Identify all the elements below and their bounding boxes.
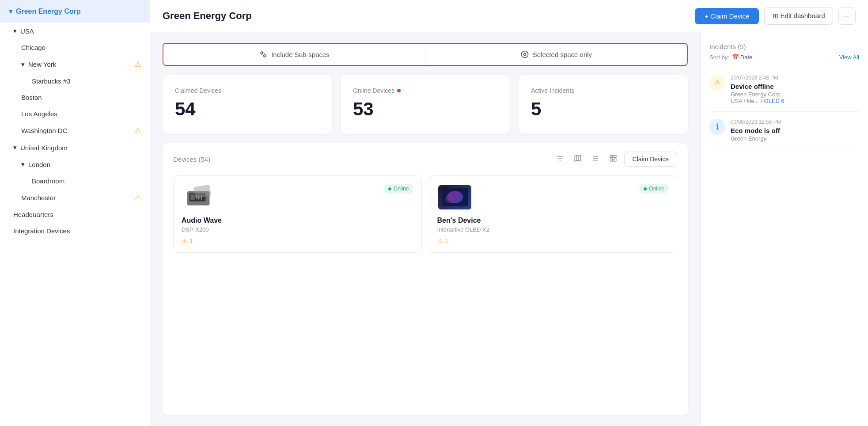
device-alert-count: 1 — [190, 237, 193, 244]
svg-point-2 — [521, 51, 528, 58]
active-incidents-label: Active Incidents — [531, 87, 675, 94]
sidebar-item-label: Boston — [21, 94, 42, 101]
incident-name: Eco mode is off — [731, 127, 781, 134]
device-card-header: Online — [437, 184, 669, 210]
device-card-header: Online — [182, 184, 413, 210]
map-view-button[interactable] — [571, 152, 584, 166]
warning-triangle-icon: ⚠ — [182, 237, 187, 244]
sidebar-root[interactable]: ▾ Green Energy Corp — [0, 0, 150, 23]
incident-location-link[interactable]: / OLED 6 — [761, 98, 784, 104]
sidebar: ▾ Green Energy Corp ▾ USA Chicago ▾ New … — [0, 0, 150, 426]
claimed-devices-value: 54 — [175, 99, 319, 120]
incident-item-device-offline: ⚠ 25/07/2023 2:48 PM Device offline Gree… — [709, 68, 859, 112]
device-image — [437, 184, 473, 210]
edit-dashboard-button[interactable]: ⊞ Edit dashboard — [764, 7, 833, 25]
incidents-sort-bar: Sort by: 📅 Date View All — [709, 54, 859, 61]
incidents-title: Incidents (5) — [709, 43, 746, 50]
svg-rect-7 — [614, 159, 616, 161]
sidebar-item-headquarters[interactable]: Headquarters — [0, 206, 150, 223]
audio-wave-svg — [183, 185, 216, 209]
sidebar-item-united-kingdom[interactable]: ▾ United Kingdom — [0, 139, 150, 156]
grid-view-button[interactable] — [606, 152, 620, 166]
incident-org: Green Energy Corp. — [731, 91, 785, 98]
filter-button[interactable] — [553, 152, 567, 166]
main-header: Green Energy Corp + Claim Device ⊞ Edit … — [150, 0, 868, 32]
warning-icon: ⚠ — [135, 194, 141, 202]
device-status-badge: Online — [384, 184, 413, 194]
devices-title: Devices (54) — [173, 156, 210, 163]
selected-space-icon — [520, 50, 529, 59]
active-incidents-value: 5 — [531, 99, 675, 120]
device-status-label: Online — [394, 186, 409, 192]
list-view-button[interactable] — [589, 152, 602, 166]
device-alert-count: 1 — [445, 237, 449, 244]
svg-point-19 — [445, 194, 456, 203]
svg-rect-5 — [614, 155, 616, 157]
sidebar-item-new-york[interactable]: ▾ New York ⚠ — [0, 56, 150, 73]
device-model: DSP-X200 — [182, 226, 413, 233]
calendar-icon: 📅 — [732, 54, 739, 61]
warning-triangle-icon: ⚠ — [437, 237, 443, 244]
sidebar-item-label: Boardroom — [32, 177, 64, 185]
sidebar-item-manchester[interactable]: Manchester ⚠ — [0, 189, 150, 206]
online-dot — [388, 187, 391, 190]
online-devices-value: 53 — [353, 99, 497, 120]
sidebar-item-integration-devices[interactable]: Integration Devices — [0, 223, 150, 239]
incidents-header: Incidents (5) — [709, 43, 859, 50]
device-alert: ⚠ 1 — [437, 237, 669, 244]
selected-space-only-button[interactable]: Selected space only — [425, 44, 687, 65]
header-actions: + Claim Device ⊞ Edit dashboard ··· — [695, 7, 856, 25]
sidebar-item-label: Los Angeles — [21, 110, 57, 118]
svg-rect-10 — [190, 194, 194, 200]
device-card-audio-wave[interactable]: Online Audio Wave DSP-X200 ⚠ 1 — [173, 175, 422, 253]
warning-icon: ⚠ — [135, 60, 141, 68]
incident-info-icon: ℹ — [709, 119, 725, 135]
sidebar-item-boardroom[interactable]: Boardroom — [0, 173, 150, 189]
chevron-down-icon: ▾ — [13, 144, 17, 152]
sidebar-item-label: Integration Devices — [13, 227, 70, 235]
device-card-bens-device[interactable]: Online Ben's Device Interactive OLED X2 … — [429, 175, 678, 253]
incident-content: 03/08/2023 12:58 PM Eco mode is off Gree… — [731, 119, 781, 142]
device-status-badge: Online — [639, 184, 669, 194]
more-options-button[interactable]: ··· — [838, 8, 856, 25]
active-incidents-card: Active Incidents 5 — [519, 75, 688, 134]
include-sub-spaces-button[interactable]: Include Sub-spaces — [163, 44, 425, 65]
svg-rect-4 — [610, 155, 612, 157]
sidebar-item-chicago[interactable]: Chicago — [0, 39, 150, 56]
incident-location: USA / Ne... / OLED 6 — [731, 98, 785, 104]
devices-grid: Online Audio Wave DSP-X200 ⚠ 1 — [173, 175, 677, 253]
page-title: Green Energy Corp — [163, 10, 252, 22]
chevron-down-icon: ▾ — [9, 7, 12, 15]
online-dot — [644, 187, 647, 190]
incident-time: 03/08/2023 12:58 PM — [731, 119, 781, 125]
device-model: Interactive OLED X2 — [437, 226, 669, 233]
bens-device-image — [438, 185, 471, 209]
sidebar-item-label: London — [28, 161, 50, 168]
devices-section: Devices (54) — [163, 143, 688, 415]
view-all-link[interactable]: View All — [839, 54, 859, 61]
online-indicator-dot — [397, 89, 401, 92]
sidebar-item-los-angeles[interactable]: Los Angeles — [0, 106, 150, 122]
main-content: Green Energy Corp + Claim Device ⊞ Edit … — [150, 0, 868, 426]
sidebar-item-london[interactable]: ▾ London — [0, 156, 150, 173]
device-name: Ben's Device — [437, 217, 669, 224]
sidebar-item-washington-dc[interactable]: Washington DC ⚠ — [0, 122, 150, 139]
sort-value[interactable]: 📅 Date — [732, 54, 752, 61]
sidebar-item-label: United Kingdom — [20, 144, 68, 152]
svg-point-1 — [264, 55, 266, 57]
claim-device-small-button[interactable]: Claim Device — [624, 152, 677, 167]
claim-device-button[interactable]: + Claim Device — [695, 8, 759, 24]
incident-item-eco-mode: ℹ 03/08/2023 12:58 PM Eco mode is off Gr… — [709, 112, 859, 149]
sidebar-item-starbucks3[interactable]: Starbucks #3 — [0, 73, 150, 89]
warning-icon: ⚠ — [135, 126, 141, 135]
sidebar-item-label: Starbucks #3 — [32, 77, 71, 85]
sidebar-item-boston[interactable]: Boston — [0, 89, 150, 106]
svg-rect-6 — [610, 159, 612, 161]
main-body: Include Sub-spaces Selected space only C… — [150, 32, 868, 426]
device-status-label: Online — [649, 186, 664, 192]
sidebar-item-usa[interactable]: ▾ USA — [0, 23, 150, 39]
device-name: Audio Wave — [182, 217, 413, 224]
filter-toggle-bar: Include Sub-spaces Selected space only — [163, 43, 688, 66]
incident-org: Green Energy — [731, 135, 781, 142]
chevron-down-icon: ▾ — [21, 160, 25, 168]
